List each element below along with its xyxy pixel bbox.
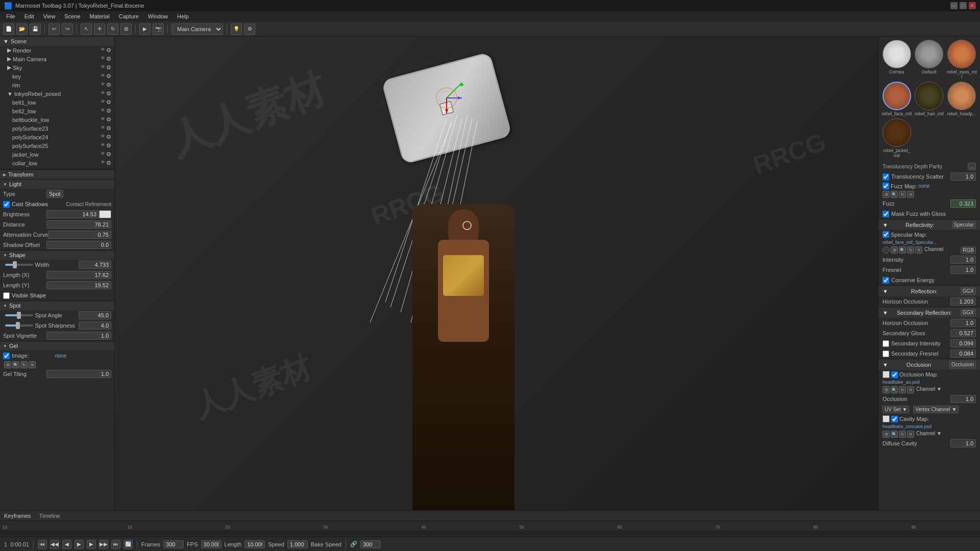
select-button[interactable]: ↖ [81,23,92,35]
spot-sharpness-value[interactable]: 4.0 [79,321,112,330]
render-button[interactable]: ▶ [139,23,151,35]
menu-edit[interactable]: Edit [20,12,38,20]
minimize-button[interactable]: — [950,2,958,9]
cast-shadows-checkbox[interactable] [3,201,10,208]
occ-clear-icon[interactable]: ✕ [907,386,914,393]
tree-item-polysurface23[interactable]: polySurface23 👁⚙ [0,124,114,133]
step-fwd-button[interactable]: ▶▶ [99,540,108,549]
scene-tree-header[interactable]: ▼ Scene [0,37,114,46]
jump-end-button[interactable]: ⏭ [111,540,120,549]
tree-item-polysurface25[interactable]: polySurface25 👁⚙ [0,141,114,150]
undo-button[interactable]: ↩ [48,23,60,35]
cav-gear-icon[interactable]: ⚙ [883,431,890,438]
cav-search-icon[interactable]: 🔍 [891,431,898,438]
secondary-reflection-header[interactable]: ▼ Secondary Reflection: GGX [878,307,980,318]
tree-item-camera[interactable]: ▶ Main Camera 👁⚙ [0,55,114,63]
menu-help[interactable]: Help [173,12,193,20]
secondary-fresnel-value[interactable]: 0.084 [950,349,976,358]
secondary-reflection-type[interactable]: GGX [961,309,976,316]
occlusion-map-checkbox[interactable] [891,371,898,378]
mat-item-jacket[interactable]: rebel_jacket_mtl [881,118,912,158]
tree-item-collar[interactable]: collar_low 👁⚙ [0,159,114,167]
length-value[interactable]: 10.000 [244,540,265,548]
uv-set-value[interactable]: Vertex Channel ▼ [913,406,959,413]
spot-section-header[interactable]: ▼ Spot [0,300,114,310]
occ-refresh-icon[interactable]: ↻ [899,386,906,393]
specular-map-checkbox[interactable] [883,231,889,238]
tree-item-sky[interactable]: ▶ Sky 👁⚙ [0,63,114,72]
tree-item-posed[interactable]: ▼ tokyoRebel_posed 👁⚙ [0,89,114,98]
occ-channel-label[interactable]: Channel ▼ [916,386,976,393]
end-frame-value[interactable]: 300 [360,540,381,548]
maximize-button[interactable]: □ [960,2,967,9]
mat-item-cornea[interactable]: Cornea [881,40,912,80]
fuzz-clear-icon[interactable]: ✕ [907,191,914,198]
mask-fuzz-checkbox[interactable] [883,211,889,217]
loop-button[interactable]: 🔄 [124,540,133,549]
channel-value[interactable]: RGB [961,246,976,254]
speed-value[interactable]: 1.000 [287,540,308,548]
next-frame-button[interactable]: ▶ [87,540,96,549]
fps-value[interactable]: 30.000 [201,540,222,548]
horizon-occ1-value[interactable]: 1.203 [950,297,976,306]
length-x-value[interactable]: 17.62 [46,271,111,279]
length-y-value[interactable]: 19.52 [46,281,111,289]
occlusion-type[interactable]: Occlusion [949,361,976,368]
mat-item-headp[interactable]: rebel_headp... [946,82,977,116]
reflectivity-section-header[interactable]: ▼ Reflectivity: Specular [878,219,980,230]
settings-button[interactable]: ⚙ [244,23,255,35]
tree-item-key[interactable]: key 👁⚙ [0,72,114,81]
occ-search-icon[interactable]: 🔍 [891,386,898,393]
distance-value[interactable]: 78.21 [46,220,111,229]
capture-button[interactable]: 📷 [153,23,164,35]
rotate-button[interactable]: ↻ [107,23,118,35]
mat-item-face[interactable]: rebel_face_mtl [881,82,912,116]
refresh-icon[interactable]: ↻ [20,361,28,368]
fuzz-map-checkbox[interactable] [883,183,889,189]
timeline-tracks[interactable] [0,530,980,537]
menu-material[interactable]: Material [86,12,114,20]
reflection-type[interactable]: GGX [961,287,976,295]
fuzz-refresh-icon[interactable]: ↻ [899,191,906,198]
menu-view[interactable]: View [39,12,60,20]
titlebar-controls[interactable]: — □ ✕ [950,2,976,9]
viewport[interactable]: 人人素材 RRCG RRCG 人人素材 [115,37,878,510]
cavity-channel-label[interactable]: Channel ▼ [916,431,976,438]
redo-button[interactable]: ↪ [62,23,73,35]
tree-item-render[interactable]: ▶ Render 👁⚙ [0,46,114,55]
reflection-section-header[interactable]: ▼ Reflection: GGX [878,285,980,296]
type-value[interactable]: Spot [46,190,63,198]
occ-gear-icon[interactable]: ⚙ [883,386,890,393]
light-button[interactable]: 💡 [231,23,242,35]
secondary-intensity-value[interactable]: 0.094 [950,339,976,347]
shape-section-header[interactable]: ▼ Shape [0,250,114,260]
intensity-value[interactable]: 1.0 [950,256,976,264]
tree-item-beltbuckle[interactable]: beltbuckle_low 👁⚙ [0,115,114,124]
visible-shape-checkbox[interactable] [3,292,10,299]
tree-item-polysurface24[interactable]: polySurface24 👁⚙ [0,133,114,141]
gel-section-header[interactable]: ▼ Gel [0,341,114,350]
spec-clear-icon[interactable]: ✕ [915,246,922,254]
diffuse-cavity-value[interactable]: 1.0 [950,439,976,447]
secondary-intensity-checkbox[interactable] [883,340,889,347]
spec-gear-icon[interactable]: ⚙ [891,246,898,254]
translucency-scatter-value[interactable]: 1.0 [950,172,976,181]
tree-item-belt1[interactable]: belt1_low 👁⚙ [0,98,114,107]
gel-tiling-value[interactable]: 1.0 [46,370,111,378]
width-value[interactable]: 4.733 [79,261,112,269]
conserve-energy-checkbox[interactable] [883,277,889,284]
spec-search-icon[interactable]: 🔍 [899,246,906,254]
prev-frame-button[interactable]: ◀ [62,540,71,549]
occlusion-section-header[interactable]: ▼ Occlusion Occlusion [878,359,980,370]
open-button[interactable]: 📂 [16,23,28,35]
frames-value[interactable]: 300 [163,540,184,548]
brightness-swatch[interactable] [99,210,111,218]
spot-angle-value[interactable]: 45.0 [79,311,112,319]
cavity-map-checkbox[interactable] [891,416,898,422]
tree-item-jacket[interactable]: jacket_low 👁⚙ [0,150,114,159]
mat-item-eyes[interactable]: rebel_eyes_mtl [946,40,977,80]
scale-button[interactable]: ⊞ [120,23,132,35]
fresnel-value[interactable]: 1.0 [950,266,976,274]
move-button[interactable]: ✛ [94,23,105,35]
menu-capture[interactable]: Capture [115,12,143,20]
